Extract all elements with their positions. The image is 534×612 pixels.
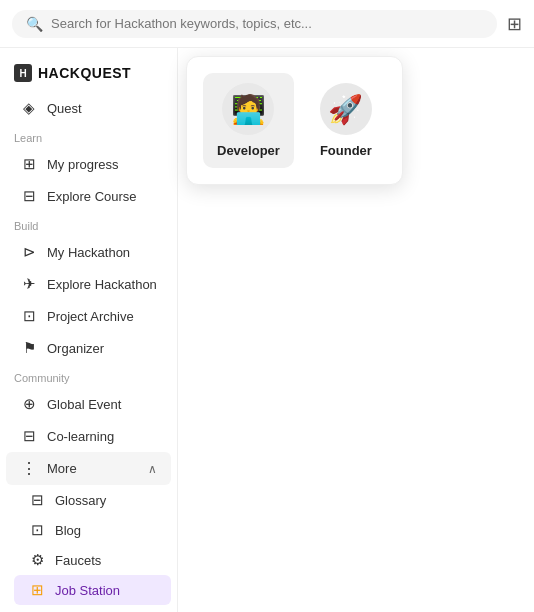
glossary-icon: ⊟ xyxy=(28,491,46,509)
my-progress-icon: ⊞ xyxy=(20,155,38,173)
global-event-icon: ⊕ xyxy=(20,395,38,413)
logo-icon: H xyxy=(14,64,32,82)
search-input[interactable] xyxy=(51,16,483,31)
sidebar-item-project-archive[interactable]: ⊡ Project Archive xyxy=(6,300,171,332)
sidebar-item-explore-course[interactable]: ⊟ Explore Course xyxy=(6,180,171,212)
section-label-community: Community xyxy=(0,364,177,388)
founder-label: Founder xyxy=(320,143,372,158)
sidebar-item-faucets[interactable]: ⚙ Faucets xyxy=(14,545,171,575)
sidebar-item-label: Co-learning xyxy=(47,429,114,444)
developer-label: Developer xyxy=(217,143,280,158)
sidebar-item-label: Explore Course xyxy=(47,189,137,204)
project-archive-icon: ⊡ xyxy=(20,307,38,325)
quest-icon: ◈ xyxy=(20,99,38,117)
sidebar-item-label: Quest xyxy=(47,101,82,116)
role-card-developer[interactable]: 🧑‍💻 Developer xyxy=(203,73,294,168)
sidebar-item-label: Faucets xyxy=(55,553,101,568)
logo-text: HACKQUEST xyxy=(38,65,131,81)
sidebar-item-co-learning[interactable]: ⊟ Co-learning xyxy=(6,420,171,452)
developer-avatar: 🧑‍💻 xyxy=(222,83,274,135)
sidebar-item-label: Global Event xyxy=(47,397,121,412)
sidebar-item-job-station[interactable]: ⊞ Job Station xyxy=(14,575,171,605)
logo-area: H HACKQUEST xyxy=(0,58,177,92)
topbar: 🔍 ⊞ xyxy=(0,0,534,48)
sidebar-item-label: My Hackathon xyxy=(47,245,130,260)
sidebar-item-my-hackathon[interactable]: ⊳ My Hackathon xyxy=(6,236,171,268)
blog-icon: ⊡ xyxy=(28,521,46,539)
section-label-build: Build xyxy=(0,212,177,236)
faucets-icon: ⚙ xyxy=(28,551,46,569)
sidebar-item-press-kit[interactable]: ⊙ Press Kit xyxy=(14,605,171,612)
sidebar-item-my-progress[interactable]: ⊞ My progress xyxy=(6,148,171,180)
sidebar-item-global-event[interactable]: ⊕ Global Event xyxy=(6,388,171,420)
sidebar-item-organizer[interactable]: ⚑ Organizer xyxy=(6,332,171,364)
sidebar-item-blog[interactable]: ⊡ Blog xyxy=(14,515,171,545)
co-learning-icon: ⊟ xyxy=(20,427,38,445)
sidebar-item-quest[interactable]: ◈ Quest xyxy=(6,92,171,124)
job-station-icon: ⊞ xyxy=(28,581,46,599)
sidebar-item-label: Explore Hackathon xyxy=(47,277,157,292)
my-hackathon-icon: ⊳ xyxy=(20,243,38,261)
sidebar-item-label: Blog xyxy=(55,523,81,538)
main-layout: H HACKQUEST ◈ Quest Learn ⊞ My progress … xyxy=(0,48,534,612)
sidebar-item-label: Organizer xyxy=(47,341,104,356)
sidebar-item-label: Glossary xyxy=(55,493,106,508)
role-dropdown: 🧑‍💻 Developer 🚀 Founder xyxy=(186,56,403,185)
explore-course-icon: ⊟ xyxy=(20,187,38,205)
sidebar-item-label: My progress xyxy=(47,157,119,172)
more-label: More xyxy=(47,461,77,476)
chevron-up-icon: ∧ xyxy=(148,462,157,476)
more-children: ⊟ Glossary ⊡ Blog ⚙ Faucets ⊞ Job Statio… xyxy=(0,485,177,612)
grid-icon[interactable]: ⊞ xyxy=(507,13,522,35)
sidebar-item-label: Job Station xyxy=(55,583,120,598)
explore-hackathon-icon: ✈ xyxy=(20,275,38,293)
search-icon: 🔍 xyxy=(26,16,43,32)
search-bar[interactable]: 🔍 xyxy=(12,10,497,38)
sidebar-item-explore-hackathon[interactable]: ✈ Explore Hackathon xyxy=(6,268,171,300)
role-card-founder[interactable]: 🚀 Founder xyxy=(306,73,386,168)
more-icon: ⋮ xyxy=(20,459,38,478)
sidebar-item-label: Project Archive xyxy=(47,309,134,324)
section-label-learn: Learn xyxy=(0,124,177,148)
sidebar-item-glossary[interactable]: ⊟ Glossary xyxy=(14,485,171,515)
content-area: 🧑‍💻 Developer 🚀 Founder xyxy=(178,48,534,612)
sidebar: H HACKQUEST ◈ Quest Learn ⊞ My progress … xyxy=(0,48,178,612)
organizer-icon: ⚑ xyxy=(20,339,38,357)
founder-avatar: 🚀 xyxy=(320,83,372,135)
more-toggle[interactable]: ⋮ More ∧ xyxy=(6,452,171,485)
